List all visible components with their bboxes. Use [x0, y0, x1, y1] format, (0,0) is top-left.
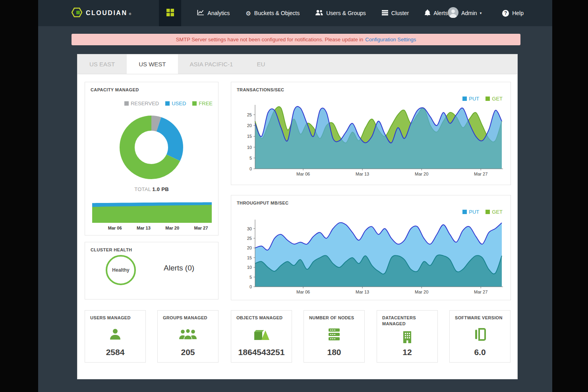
panel-title: CLUSTER HEALTH	[91, 247, 132, 252]
top-navbar: CLOUDIAN ® Analytics ⚙ Buckets &	[38, 0, 552, 26]
legend-reserved: RESERVED	[124, 100, 159, 106]
nav-alerts-label: Alerts	[433, 10, 448, 16]
capacity-donut-chart	[85, 112, 218, 183]
nav-analytics[interactable]: Analytics	[197, 10, 230, 17]
region-tabbar: US EAST US WEST ASIA PACIFIC-1 EU	[77, 54, 517, 74]
svg-text:Mar 20: Mar 20	[165, 226, 179, 230]
svg-text:Mar 27: Mar 27	[474, 290, 487, 294]
stat-card-datacenters: DATACENTERS MANAGED 12	[377, 310, 438, 363]
svg-text:25: 25	[247, 112, 252, 117]
stat-card-value: 180	[304, 348, 364, 362]
stat-card-software: SOFTWARE VERSION 6.0	[449, 310, 511, 363]
brand-name: CLOUDIAN	[86, 10, 127, 17]
smtp-warning-text: SMTP Server settings have not been confi…	[176, 37, 364, 42]
stat-card-value: 1864543251	[231, 348, 292, 362]
nav-alerts[interactable]: Alerts	[425, 10, 448, 17]
svg-text:10: 10	[247, 145, 252, 150]
nav-cluster-label: Cluster	[391, 10, 409, 16]
get-swatch	[485, 97, 490, 101]
tab-us-east[interactable]: US EAST	[77, 54, 127, 74]
nav-analytics-label: Analytics	[207, 10, 230, 16]
svg-text:10: 10	[247, 265, 252, 270]
alerts-count: Alerts (0)	[164, 264, 194, 272]
svg-text:20: 20	[247, 245, 252, 250]
svg-text:Mar 06: Mar 06	[108, 226, 122, 230]
stat-card-title: OBJECTS MANAGED	[231, 311, 292, 321]
health-status-ring: Healthy	[106, 255, 136, 285]
user-icon	[85, 321, 145, 348]
dashboard-content: US EAST US WEST ASIA PACIFIC-1 EU CAPACI…	[77, 54, 518, 379]
legend-used: USED	[165, 100, 186, 106]
legend-get: GET	[485, 96, 503, 102]
svg-text:20: 20	[247, 123, 252, 128]
panel-title: THROUGHPUT MB/SEC	[237, 201, 288, 205]
capacity-legend: RESERVED USED FREE	[124, 100, 213, 106]
svg-text:Mar 06: Mar 06	[296, 172, 310, 176]
nav-buckets-objects-label: Buckets & Objects	[254, 10, 300, 16]
software-icon	[450, 321, 510, 348]
analytics-icon	[197, 10, 204, 17]
help-button[interactable]: ? Help	[502, 10, 524, 17]
nav-cluster[interactable]: Cluster	[382, 10, 409, 17]
admin-menu[interactable]: Admin ▾	[448, 7, 482, 19]
panel-title: CAPACITY MANAGED	[91, 87, 139, 92]
stat-card-value: 205	[158, 348, 218, 362]
put-swatch	[462, 210, 467, 214]
legend-put: PUT	[462, 209, 479, 215]
transactions-legend: PUT GET	[462, 96, 503, 102]
throughput-chart: 051015202530Mar 06Mar 13Mar 20Mar 27	[239, 218, 507, 297]
stat-card-value: 6.0	[450, 348, 510, 362]
used-swatch	[165, 101, 170, 106]
svg-text:15: 15	[247, 134, 252, 139]
svg-text:Mar 13: Mar 13	[356, 290, 369, 294]
stat-card-value: 12	[377, 348, 437, 362]
stat-card-title: NUMBER OF NODES	[304, 311, 364, 321]
stat-card-groups: GROUPS MANAGED 205	[157, 310, 219, 363]
main-nav: Analytics ⚙ Buckets & Objects Users & Gr…	[159, 0, 448, 26]
help-label: Help	[512, 10, 524, 16]
svg-text:30: 30	[247, 226, 252, 231]
nav-right-group: Admin ▾ ? Help	[448, 7, 524, 19]
stat-card-title: SOFTWARE VERSION	[450, 311, 510, 321]
group-icon	[158, 321, 218, 348]
transactions-chart: 0510152025Mar 06Mar 13Mar 20Mar 27	[239, 103, 507, 179]
cloudian-logo[interactable]: CLOUDIAN ®	[72, 8, 131, 19]
smtp-warning-banner: SMTP Server settings have not been confi…	[72, 34, 520, 45]
help-icon: ?	[502, 10, 509, 17]
nav-dashboard-tab[interactable]	[159, 0, 181, 26]
stat-card-nodes: NUMBER OF NODES 180	[304, 310, 365, 363]
tab-us-west[interactable]: US WEST	[127, 54, 178, 74]
nodes-icon	[304, 321, 364, 348]
free-swatch	[192, 101, 197, 106]
app-window: CLOUDIAN ® Analytics ⚙ Buckets &	[38, 0, 552, 392]
tab-eu[interactable]: EU	[245, 54, 277, 74]
stat-card-objects: OBJECTS MANAGED 1864543251	[231, 310, 292, 363]
stat-card-title: DATACENTERS MANAGED	[377, 311, 437, 327]
gear-icon: ⚙	[246, 10, 251, 16]
admin-label: Admin	[461, 10, 477, 16]
cluster-icon	[382, 10, 388, 17]
objects-icon	[231, 321, 292, 348]
nav-users-groups[interactable]: Users & Groups	[315, 10, 366, 17]
dashboard-grid-icon	[166, 9, 174, 18]
reserved-swatch	[124, 101, 129, 106]
capacity-managed-panel: CAPACITY MANAGED RESERVED USED FREE TOTA…	[85, 82, 219, 236]
capacity-trend-chart: Mar 06Mar 13Mar 20Mar 27	[91, 200, 213, 232]
nav-buckets-objects[interactable]: ⚙ Buckets & Objects	[246, 10, 300, 16]
svg-text:Mar 20: Mar 20	[415, 172, 428, 176]
configuration-settings-link[interactable]: Configuration Settings	[365, 37, 416, 42]
stat-card-value: 2584	[85, 348, 145, 362]
svg-text:Mar 13: Mar 13	[356, 172, 369, 176]
throughput-legend: PUT GET	[462, 209, 503, 215]
cloudian-logo-icon	[72, 8, 82, 19]
chevron-down-icon: ▾	[480, 11, 482, 15]
legend-free: FREE	[192, 100, 213, 106]
get-swatch	[485, 210, 490, 214]
svg-text:Mar 20: Mar 20	[415, 290, 428, 294]
panel-title: TRANSACTIONS/SEC	[237, 87, 284, 92]
capacity-total: TOTAL1.0 PB	[85, 186, 218, 192]
throughput-panel: THROUGHPUT MB/SEC PUT GET 051015202530Ma…	[231, 195, 511, 300]
tab-asia-pacific-1[interactable]: ASIA PACIFIC-1	[178, 54, 245, 74]
stat-card-title: USERS MANAGED	[85, 311, 145, 321]
avatar	[448, 7, 458, 19]
